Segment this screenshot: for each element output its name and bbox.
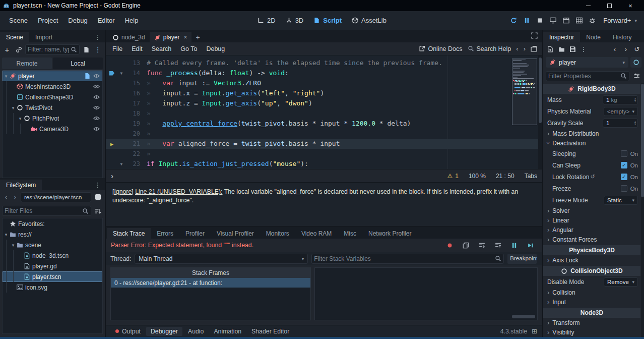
fs-item-scene[interactable]: ▾scene [3,240,102,250]
script-menu-file[interactable]: File [108,44,127,54]
code-text[interactable]: » var aligned_force = twist_pivot.basis … [140,139,340,149]
scrollbar-thumb[interactable] [539,58,542,123]
record-icon[interactable] [444,240,455,250]
debugger-tab-monitors[interactable]: Monitors [260,228,295,239]
mode-tab-local[interactable]: Local [53,58,103,69]
toggle-split-mode-button[interactable] [93,193,102,202]
workspace-assetlib[interactable]: AssetLib [352,17,387,24]
stack-frame-row[interactable]: 0 - res://scene/player.gd:21 - at functi… [111,278,310,288]
tab-scene[interactable]: Scene [0,32,29,42]
ignore-warning-link[interactable]: [Ignore] [112,188,134,195]
collapse-arrow-icon[interactable]: ▾ [3,74,10,79]
group-mass-distribution[interactable]: ›Mass Distribution [543,129,640,138]
debug-pause-icon[interactable] [509,240,519,250]
copy-error-icon[interactable] [461,240,471,250]
toggle-scripts-panel-icon[interactable]: › [111,172,113,180]
history-back-icon[interactable]: ‹ [516,45,518,52]
workspace-2d[interactable]: 2D [257,17,276,24]
gutter-margin[interactable] [106,129,118,139]
code-line-21[interactable]: ▶21» var aligned_force = twist_pivot.bas… [106,139,542,149]
spinbox-mass[interactable]: 1kg▴▾ [603,95,638,104]
code-text[interactable]: # Called every frame. 'delta' is the ela… [140,58,442,68]
scene-dock-menu-icon[interactable]: ⋮ [90,33,105,42]
nav-forward-icon[interactable]: › [12,193,19,201]
revert-icon[interactable]: ↺ [590,174,595,180]
code-text[interactable]: » [140,149,151,159]
close-button[interactable]: × [620,0,641,11]
code-line-20[interactable]: 20» [106,129,542,139]
zoom-level[interactable]: 100 % [469,173,486,180]
scene-node-player[interactable]: ▾player [3,71,102,81]
mode-tab-remote[interactable]: Remote [2,58,52,69]
remote-debug-icon[interactable] [548,16,558,26]
dropdown-disable-mode[interactable]: Remove▾ [604,277,638,287]
current-path[interactable]: res://scene/player.tscn [21,192,91,202]
code-line-18[interactable]: 18» [106,108,542,119]
spin-arrows-icon[interactable]: ▴▾ [634,97,636,102]
debugger-tab-profiler[interactable]: Profiler [179,228,211,239]
horizontal-scrollbar[interactable] [512,315,535,318]
renderer-select[interactable]: Forward+ ▾ [600,16,640,25]
add-node-button[interactable]: + [2,44,12,54]
expand-editor-icon[interactable] [527,32,542,42]
resource-menu-icon[interactable]: ⋮ [578,44,589,54]
script-menu-go-to[interactable]: Go To [176,44,202,54]
checkbox-sleeping[interactable]: ✓ [621,150,627,157]
object-extra-button[interactable] [630,57,641,68]
debug-continue-icon[interactable] [525,240,535,250]
gutter-margin[interactable] [106,78,118,88]
tab-inspector[interactable]: Inspector [543,32,580,42]
debugger-tab-misc[interactable]: Misc [338,228,362,239]
property-filter-input[interactable] [548,73,619,80]
sort-files-button[interactable] [93,206,103,216]
fold-arrow-icon[interactable]: ▼ [118,159,125,169]
fs-item-node-3d-tscn[interactable]: node_3d.tscn [3,250,102,261]
code-text[interactable]: if Input.is_action_just_pressed("mouse")… [140,159,308,169]
scene-node-twistpivot[interactable]: ▾TwistPivot [3,102,102,113]
instance-scene-button[interactable] [14,44,24,54]
code-line-19[interactable]: 19» apply_central_force(twist_pivot.basi… [106,119,542,129]
scene-filter-input[interactable] [28,46,69,53]
stack-variables-filter-input[interactable] [314,255,493,262]
menu-debug[interactable]: Debug [63,14,92,27]
history-forward-icon[interactable]: › [621,44,631,54]
gutter-margin[interactable] [106,149,118,159]
group-visibility[interactable]: ›Visibility [543,327,640,337]
online-docs-button[interactable]: Online Docs [419,45,462,52]
group-linear[interactable]: ›Linear [543,215,640,225]
movie-maker-icon[interactable] [561,16,571,26]
fs-item-res[interactable]: ▾res:// [3,229,102,240]
gutter-margin[interactable] [106,159,118,169]
fold-arrow-icon[interactable]: ▼ [118,68,125,78]
scene-toolbar-menu-icon[interactable]: ⋮ [93,44,103,54]
restart-icon[interactable] [508,16,519,26]
gutter-margin[interactable] [106,58,118,68]
code-minimap[interactable] [512,59,537,169]
workspace-3d[interactable]: 3D [286,17,304,24]
visibility-eye-icon[interactable] [93,94,100,100]
minimap-viewport[interactable] [512,59,537,125]
code-text[interactable]: func _process(delta: float) -> void: [140,68,289,78]
frames-icon[interactable] [574,16,584,26]
expand-bottom-panel-icon[interactable]: ⊞ [532,327,537,335]
fs-item-icon-svg[interactable]: icon.svg [3,282,102,293]
visibility-eye-icon[interactable] [93,73,100,79]
visibility-eye-icon[interactable] [93,126,100,132]
menu-editor[interactable]: Editor [93,14,120,27]
dropdown-physics-material[interactable]: <empty>▾ [604,107,638,116]
collapse-arrow-icon[interactable]: ▾ [10,243,17,248]
collapse-arrow-icon[interactable]: ▾ [3,232,10,237]
save-resource-button[interactable] [567,44,577,54]
bottom-panel-audio[interactable]: Audio [183,327,208,336]
history-list-icon[interactable]: ↺ [632,44,642,54]
debugger-tab-visual-profiler[interactable]: Visual Profiler [211,228,260,239]
menu-scene[interactable]: Scene [4,14,33,27]
collapse-arrow-icon[interactable]: ▾ [10,105,17,110]
group-solver[interactable]: ›Solver [543,206,640,215]
group-input[interactable]: ›Input [543,297,640,307]
customize-run-icon[interactable] [587,16,597,26]
code-line-17[interactable]: 17» input.z = Input.get_axis("up", "dwon… [106,98,542,108]
scene-node-collisionshape3d[interactable]: CollisionShape3D [3,92,102,102]
history-back-icon[interactable]: ‹ [610,44,620,54]
search-help-button[interactable]: Search Help [468,45,511,52]
